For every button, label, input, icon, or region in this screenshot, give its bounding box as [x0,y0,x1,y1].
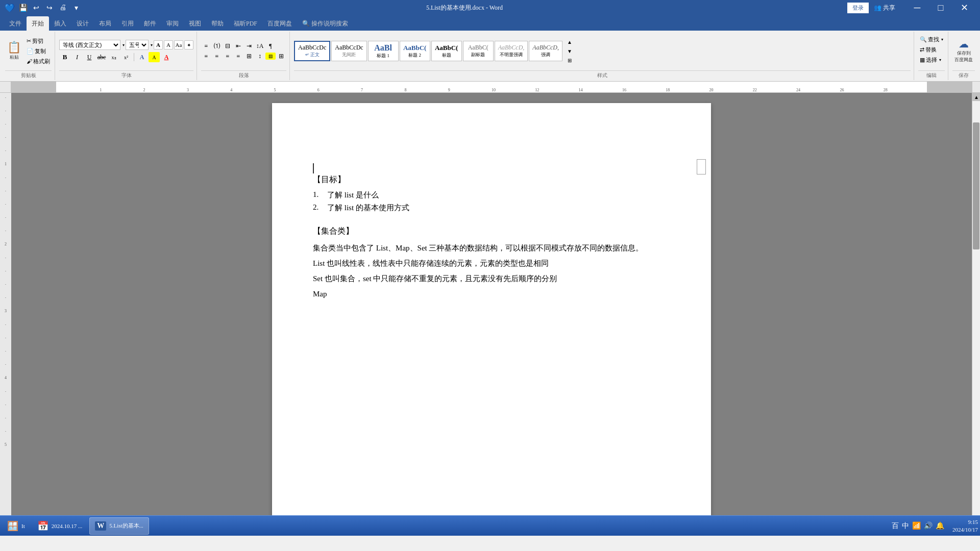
style-title[interactable]: AaBbC( 标题 [431,41,462,61]
find-button[interactable]: 🔍 查找 ▾ [918,35,945,44]
volume-icon[interactable]: 🔊 [924,521,933,530]
search-tab-icon: 🔍 [302,20,310,28]
scroll-up-btn[interactable]: ▲ [972,93,980,101]
login-button[interactable]: 登录 [847,3,869,13]
align-right-button[interactable]: ≡ [223,52,233,61]
underline-button[interactable]: U [84,52,95,62]
maximize-button[interactable]: □ [929,0,952,15]
clear-format-button[interactable]: ✦ [184,40,193,49]
tab-help[interactable]: 帮助 [206,16,229,31]
tab-home[interactable]: 开始 [27,16,49,31]
multilevel-button[interactable]: ⊟ [223,41,233,51]
change-case-button[interactable]: Aa [174,40,183,49]
style-normal[interactable]: AaBbCcDc ↵ 正文 [294,41,330,61]
format-painter-button[interactable]: 🖌 格式刷 [25,57,52,66]
start-label: It [21,523,25,529]
redo-quick-btn[interactable]: ↪ [44,2,55,13]
highlight-button[interactable]: A [149,52,160,62]
style-subtitle[interactable]: AaBbC( 副标题 [463,41,494,61]
scroll-thumb[interactable] [973,122,979,249]
style-subtle-emphasis-label: 不明显强调 [500,52,523,58]
clipboard-label: 剪贴板 [5,70,52,79]
taskbar-item-word[interactable]: W 5.List的基本... [89,517,149,535]
bold-button[interactable]: B [59,52,70,62]
tab-file[interactable]: 文件 [4,16,27,31]
document-area[interactable]: 【目标】 1. 了解 list 是什么 2. 了解 list 的基本使用方式 【… [11,93,972,533]
styles-scroll-up[interactable]: ▲ [565,37,575,46]
tab-mailings[interactable]: 邮件 [139,16,161,31]
select-button[interactable]: ▦ 选择 ▾ [918,55,943,64]
style-emphasis-label: 强调 [541,52,550,58]
superscript-button[interactable]: x² [120,52,132,62]
undo-quick-btn[interactable]: ↩ [31,2,42,13]
bullets-button[interactable]: ≡ [201,41,211,51]
replace-button[interactable]: ⇄ 替换 [918,45,938,54]
column-layout-button[interactable]: ⊞ [244,52,254,61]
save-quick-btn[interactable]: 💾 [17,2,29,13]
copy-button[interactable]: 📄 复制 [25,46,52,56]
section1-title: 【目标】 [313,174,670,185]
styles-expand[interactable]: ⊞ [565,56,575,65]
font-grow-button[interactable]: A [154,40,163,49]
tab-references[interactable]: 引用 [116,16,139,31]
align-center-button[interactable]: ≡ [212,52,222,61]
save-baidu-label: 保存到百度网盘 [954,50,973,63]
para-1: 集合类当中包含了 List、Map、Set 三种基本的数据结构，可以根据不同模式… [313,242,670,254]
vertical-scrollbar[interactable]: ▲ ▼ [972,93,980,533]
italic-button[interactable]: I [71,52,83,62]
show-marks-button[interactable]: ¶ [265,41,276,51]
styles-scroll-down[interactable]: ▼ [565,46,575,56]
network-icon[interactable]: 📶 [912,521,921,530]
font-shrink-button[interactable]: A [164,40,173,49]
font-color-button[interactable]: A [161,52,172,62]
borders-button[interactable]: ⊞ [276,52,286,61]
tab-search[interactable]: 🔍操作说明搜索 [297,16,353,31]
style-heading2[interactable]: AaBbC( 标题 2 [400,41,430,61]
styles-group: AaBbCcDc ↵ 正文 AaBbCcDc 无间距 AaBl 标题 1 AaB… [291,32,914,80]
style-no-spacing[interactable]: AaBbCcDc 无间距 [331,41,366,61]
share-button[interactable]: 👥 共享 [874,4,895,12]
style-subtle-emphasis[interactable]: AaBbCcD, 不明显强调 [495,41,528,61]
increase-indent-button[interactable]: ⇥ [244,41,254,51]
tab-insert[interactable]: 插入 [49,16,71,31]
tab-review[interactable]: 审阅 [161,16,184,31]
print-preview-quick-btn[interactable]: 🖨 [57,2,68,13]
minimize-button[interactable]: ─ [905,0,929,15]
share-icon: 👥 [874,4,881,12]
align-left-button[interactable]: ≡ [201,52,211,61]
style-emphasis[interactable]: AaBbCcD, 强调 [529,41,562,61]
quick-access: 💙 💾 ↩ ↪ 🖨 ▾ [4,2,82,13]
shading-button[interactable]: ▨ [265,53,276,60]
strikethrough-button[interactable]: abc [96,52,107,62]
text-cursor [313,163,314,173]
baidu-soe-icon[interactable]: 百 [892,521,899,531]
notification-icon[interactable]: 🔔 [936,521,944,530]
tab-view[interactable]: 视图 [184,16,206,31]
list-num-1: 1. [313,190,323,200]
start-button[interactable]: 🪟 It [2,517,30,535]
paste-button[interactable]: 📋 粘贴 [5,33,23,69]
input-method-icon[interactable]: 中 [902,521,909,531]
font-name-select[interactable]: 等线 (西文正文) [59,40,120,50]
tab-layout[interactable]: 布局 [94,16,116,31]
cut-button[interactable]: ✂ 剪切 [25,36,52,45]
ribbon-tabs: 文件 开始 插入 设计 布局 引用 邮件 审阅 视图 帮助 福昕PDF 百度网盘… [0,15,980,31]
taskbar-item-calendar[interactable]: 📅 2024.10.17 ... [32,517,88,535]
tab-baidupan[interactable]: 百度网盘 [262,16,297,31]
justify-button[interactable]: ≡ [233,52,243,61]
word-icon: 💙 [4,2,15,13]
line-spacing-button[interactable]: ↕ [255,52,265,61]
text-effects-button[interactable]: A [136,52,148,62]
style-normal-label: ↵ 正文 [305,52,320,58]
save-baidu-button[interactable]: ☁ 保存到百度网盘 [952,37,975,65]
numbering-button[interactable]: ⑴ [212,41,222,51]
tab-design[interactable]: 设计 [71,16,94,31]
sort-button[interactable]: ↕A [255,41,265,51]
tab-foxitpdf[interactable]: 福昕PDF [229,16,262,31]
subscript-button[interactable]: x₂ [108,52,119,62]
dropdown-quick-btn[interactable]: ▾ [70,2,82,13]
font-size-select[interactable]: 五号 [126,40,149,50]
decrease-indent-button[interactable]: ⇤ [233,41,243,51]
style-heading1[interactable]: AaBl 标题 1 [368,41,399,61]
close-button[interactable]: ✕ [952,0,976,15]
